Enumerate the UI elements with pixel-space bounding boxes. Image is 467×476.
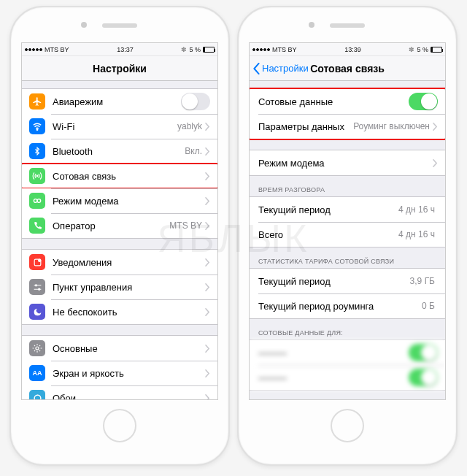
row-label: Авиарежим	[53, 96, 181, 107]
phone-right: MTS BY 13:39 ✽ 5 % Настройки Сотовая свя…	[237, 6, 458, 466]
list-row[interactable]: Параметры данныхРоуминг выключен	[250, 114, 445, 139]
list-row: Текущий период4 дн 16 ч	[250, 197, 445, 222]
page-title: Сотовая связь	[310, 63, 385, 74]
chevron-right-icon	[205, 308, 210, 316]
back-label: Настройки	[262, 63, 309, 74]
list-row[interactable]: Wi-Fiyablyk	[22, 114, 217, 139]
nav-bar: Настройки	[22, 56, 217, 81]
chevron-right-icon	[205, 123, 210, 131]
svg-point-7	[38, 288, 39, 290]
list-row[interactable]: Сотовая связь	[22, 164, 217, 188]
cellular-list[interactable]: Сотовые данныеПараметры данныхРоуминг вы…	[250, 81, 445, 399]
screen-left: MTS BY 13:37 ✽ 5 % Настройки АвиарежимWi…	[21, 42, 218, 400]
chevron-right-icon	[205, 147, 210, 156]
svg-point-8	[36, 347, 39, 350]
signal-dots	[25, 48, 42, 51]
list-row: Всего4 дн 16 ч	[250, 222, 445, 247]
row-value: 4 дн 16 ч	[398, 204, 435, 215]
chevron-right-icon	[205, 369, 210, 377]
chevron-right-icon	[205, 197, 210, 205]
battery-pct: 5 %	[417, 46, 428, 53]
svg-point-2	[34, 199, 37, 203]
row-label: Wi-Fi	[53, 121, 177, 132]
row-label: Сотовые данные	[258, 96, 409, 107]
control-center-icon	[29, 279, 45, 295]
carrier-label: MTS BY	[45, 46, 69, 53]
chevron-right-icon	[205, 283, 210, 291]
list-row[interactable]: Уведомления	[22, 250, 217, 275]
airplane-icon	[29, 93, 45, 110]
phone-icon	[29, 218, 45, 234]
svg-point-5	[38, 259, 40, 261]
back-button[interactable]: Настройки	[252, 56, 309, 80]
chevron-right-icon	[433, 159, 438, 167]
row-value: yablyk	[177, 121, 202, 131]
list-row[interactable]: Режим модема	[22, 188, 217, 213]
clock: 13:39	[344, 46, 361, 53]
row-label: Обои	[53, 393, 205, 400]
speaker-slot	[102, 23, 137, 28]
row-value: MTS BY	[169, 220, 202, 231]
row-value: 4 дн 16 ч	[398, 229, 435, 239]
group-header: СТАТИСТИКА ТАРИФА СОТОВОЙ СВЯЗИ	[250, 247, 445, 268]
app-row[interactable]: ———	[250, 365, 445, 390]
wifi-icon	[29, 118, 45, 134]
list-row[interactable]: AAЭкран и яркость	[22, 361, 217, 385]
app-row[interactable]: ———	[250, 340, 445, 365]
battery-pct: 5 %	[189, 46, 201, 53]
bluetooth-icon: ✽	[181, 46, 187, 53]
list-row[interactable]: Не беспокоить	[22, 299, 217, 324]
camera-dot	[309, 22, 314, 28]
toggle-switch[interactable]	[181, 93, 210, 110]
home-button[interactable]	[103, 409, 136, 442]
row-value: Роуминг выключен	[353, 121, 430, 131]
list-row: Текущий период роуминга0 Б	[250, 293, 445, 318]
status-bar: MTS BY 13:37 ✽ 5 %	[22, 43, 217, 56]
list-row[interactable]: Авиарежим	[22, 89, 217, 114]
clock: 13:37	[117, 46, 134, 53]
talk-group: Текущий период4 дн 16 чВсего4 дн 16 ч	[250, 196, 445, 247]
list-row[interactable]: Пункт управления	[22, 275, 217, 299]
phone-left: MTS BY 13:37 ✽ 5 % Настройки АвиарежимWi…	[9, 6, 230, 466]
row-label: Текущий период роуминга	[258, 301, 422, 312]
list-row[interactable]: Сотовые данные	[250, 89, 445, 114]
apps-group: ——————	[250, 339, 445, 391]
row-label: Режим модема	[53, 196, 205, 207]
toggle-switch[interactable]	[409, 344, 438, 361]
row-value: Вкл.	[185, 146, 202, 156]
row-label: Режим модема	[258, 158, 433, 169]
bluetooth-icon: ✽	[409, 46, 414, 53]
toggle-switch[interactable]	[409, 369, 438, 386]
general-icon	[29, 340, 45, 356]
list-row[interactable]: Режим модема	[250, 150, 445, 175]
svg-point-3	[37, 199, 41, 203]
nav-bar: Настройки Сотовая связь	[250, 56, 445, 81]
status-bar: MTS BY 13:39 ✽ 5 %	[250, 43, 445, 56]
chevron-right-icon	[205, 394, 210, 400]
svg-point-1	[36, 175, 38, 177]
stats-group: Текущий период3,9 ГБТекущий период роуми…	[250, 268, 445, 319]
list-row[interactable]: BluetoothВкл.	[22, 139, 217, 164]
toggle-switch[interactable]	[409, 93, 438, 110]
wallpaper-icon	[29, 390, 45, 399]
row-label: Оператор	[53, 220, 169, 231]
row-label: Уведомления	[53, 257, 205, 268]
settings-group: ОсновныеAAЭкран и яркостьОбои	[22, 335, 217, 399]
svg-point-0	[36, 129, 37, 130]
home-button[interactable]	[331, 409, 364, 442]
list-row[interactable]: ОператорMTS BY	[22, 213, 217, 238]
chevron-right-icon	[205, 172, 210, 180]
row-label: Всего	[258, 229, 398, 240]
battery-icon	[203, 47, 215, 53]
speaker-slot	[330, 23, 365, 28]
row-label: Пункт управления	[53, 282, 205, 293]
settings-list[interactable]: АвиарежимWi-FiyablykBluetoothВкл.Сотовая…	[22, 81, 217, 399]
screen-right: MTS BY 13:39 ✽ 5 % Настройки Сотовая свя…	[249, 42, 446, 400]
group-header: ВРЕМЯ РАЗГОВОРА	[250, 176, 445, 196]
battery-icon	[431, 47, 442, 53]
settings-group: АвиарежимWi-FiyablykBluetoothВкл.Сотовая…	[22, 88, 217, 239]
row-label: Текущий период	[258, 276, 410, 287]
page-title: Настройки	[93, 63, 147, 74]
list-row[interactable]: Основные	[22, 336, 217, 361]
list-row[interactable]: Обои	[22, 385, 217, 399]
